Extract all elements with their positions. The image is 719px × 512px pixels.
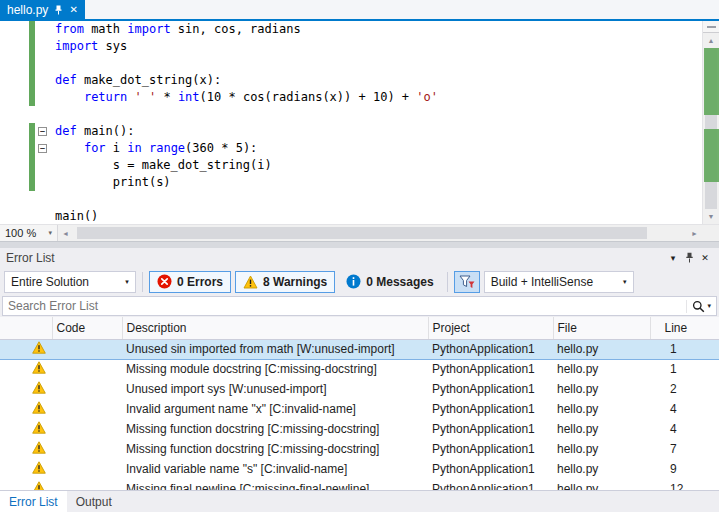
filter-button[interactable]: [454, 271, 480, 293]
error-row[interactable]: Missing function docstring [C:missing-do…: [0, 419, 719, 439]
errors-label: 0 Errors: [177, 275, 223, 289]
error-icon: [157, 274, 172, 289]
tab-title: hello.py: [7, 3, 48, 17]
chevron-down-icon: ▾: [707, 302, 711, 310]
error-row[interactable]: Invalid argument name "x" [C:invalid-nam…: [0, 399, 719, 419]
scroll-right-icon[interactable]: ►: [687, 225, 702, 241]
editor-split-handle[interactable]: [703, 21, 719, 33]
error-rows: Unused sin imported from math [W:unused-…: [0, 339, 719, 490]
tab-error-list[interactable]: Error List: [0, 491, 67, 512]
code-line: s = make_dot_string(i): [55, 157, 702, 174]
warning-icon: [32, 461, 46, 474]
close-icon[interactable]: ✕: [69, 5, 77, 15]
code-line: print(s): [55, 174, 702, 191]
column-file[interactable]: File: [553, 317, 650, 339]
column-description[interactable]: Description: [122, 317, 428, 339]
source-filter-value: Build + IntelliSense: [485, 275, 617, 289]
scroll-left-icon[interactable]: ◄: [58, 225, 73, 241]
scope-filter-dropdown[interactable]: Entire Solution ▾: [4, 271, 136, 293]
code-line: [55, 191, 702, 208]
error-list-toolbar: Entire Solution ▾ 0 Errors 8 Warnings: [0, 267, 719, 296]
warning-icon: [32, 401, 46, 414]
column-code[interactable]: Code: [52, 317, 122, 339]
visual-studio-window: hello.py ✕ −− from math import sin, cos,…: [0, 0, 719, 512]
horizontal-scrollbar[interactable]: [73, 225, 687, 241]
search-row: ▾: [0, 296, 719, 317]
pin-icon[interactable]: [681, 252, 697, 263]
column-project[interactable]: Project: [428, 317, 553, 339]
horizontal-scroll-thumb[interactable]: [77, 227, 647, 239]
error-row[interactable]: Invalid variable name "s" [C:invalid-nam…: [0, 459, 719, 479]
warning-icon: [32, 381, 46, 394]
change-bar: [29, 123, 35, 191]
zoom-selector[interactable]: 100 % ▾: [0, 225, 58, 241]
search-input[interactable]: [3, 298, 686, 314]
error-row[interactable]: Missing function docstring [C:missing-do…: [0, 439, 719, 459]
error-row[interactable]: Missing final newline [C:missing-final-n…: [0, 479, 719, 490]
scroll-up-icon[interactable]: ▲: [703, 33, 719, 48]
toolbar-separator: [447, 272, 448, 292]
error-row[interactable]: Unused import sys [W:unused-import]Pytho…: [0, 379, 719, 399]
tab-output[interactable]: Output: [67, 491, 121, 512]
vertical-scrollbar[interactable]: ▲ ▼: [702, 21, 719, 224]
panel-title: Error List: [6, 251, 665, 265]
panel-title-bar: Error List ▾ ✕: [0, 248, 719, 267]
code-line: [55, 55, 702, 72]
scope-filter-value: Entire Solution: [5, 275, 119, 289]
code-lines: from math import sin, cos, radiansimport…: [55, 21, 702, 224]
close-icon[interactable]: ✕: [697, 253, 713, 263]
messages-toggle-button[interactable]: 0 Messages: [339, 271, 440, 293]
warning-icon: [32, 441, 46, 454]
fold-collapse-icon[interactable]: −: [38, 144, 47, 153]
code-line: main(): [55, 208, 702, 224]
warning-icon: [32, 361, 46, 374]
window-position-icon[interactable]: ▾: [665, 253, 681, 263]
code-text-area[interactable]: −− from math import sin, cos, radiansimp…: [0, 21, 702, 224]
warning-icon: [32, 421, 46, 434]
filter-icon: [459, 275, 475, 289]
change-mark: [704, 129, 719, 183]
fold-collapse-icon[interactable]: −: [38, 127, 47, 136]
column-severity[interactable]: [0, 317, 52, 339]
messages-label: 0 Messages: [366, 275, 433, 289]
warnings-toggle-button[interactable]: 8 Warnings: [235, 271, 335, 293]
code-line: for i in range(360 * 5):: [55, 140, 702, 157]
grid-header-row: Code Description Project File Line: [0, 317, 719, 339]
column-line[interactable]: Line: [650, 317, 719, 339]
change-margin: [29, 21, 35, 224]
warnings-label: 8 Warnings: [263, 275, 327, 289]
warning-icon: [32, 341, 46, 354]
pin-icon[interactable]: [54, 5, 63, 15]
search-box: ▾: [2, 296, 717, 316]
code-line: def main():: [55, 123, 702, 140]
chevron-down-icon: ▾: [617, 278, 633, 286]
change-bar: [29, 21, 35, 106]
error-grid: Code Description Project File Line Unuse…: [0, 317, 719, 490]
info-icon: [346, 274, 361, 289]
warning-icon: [32, 481, 46, 490]
change-mark: [704, 48, 719, 115]
document-tab-bar: hello.py ✕: [0, 0, 719, 19]
panel-splitter[interactable]: [0, 241, 719, 248]
code-line: return ' ' * int(10 * cos(radians(x)) + …: [55, 89, 702, 106]
error-row[interactable]: Unused sin imported from math [W:unused-…: [0, 339, 719, 359]
tab-hello-py[interactable]: hello.py ✕: [0, 0, 85, 19]
source-filter-dropdown[interactable]: Build + IntelliSense ▾: [484, 271, 634, 293]
search-icon: [692, 300, 705, 313]
chevron-down-icon: ▾: [48, 229, 52, 237]
code-line: from math import sin, cos, radians: [55, 21, 702, 38]
scroll-down-icon[interactable]: ▼: [703, 209, 719, 224]
editor-bottom-bar: 100 % ▾ ◄ ►: [0, 224, 719, 241]
warning-icon: [243, 275, 258, 289]
search-button[interactable]: ▾: [686, 300, 716, 313]
error-row[interactable]: Missing module docstring [C:missing-docs…: [0, 359, 719, 379]
code-line: [55, 106, 702, 123]
code-line: import sys: [55, 38, 702, 55]
tool-window-tabs: Error List Output: [0, 490, 719, 512]
zoom-level: 100 %: [5, 227, 36, 239]
errors-toggle-button[interactable]: 0 Errors: [149, 271, 231, 293]
error-list-panel: Error List ▾ ✕ Entire Solution ▾ 0 Error…: [0, 248, 719, 512]
chevron-down-icon: ▾: [119, 278, 135, 286]
code-editor: −− from math import sin, cos, radiansimp…: [0, 21, 719, 224]
toolbar-separator: [142, 272, 143, 292]
